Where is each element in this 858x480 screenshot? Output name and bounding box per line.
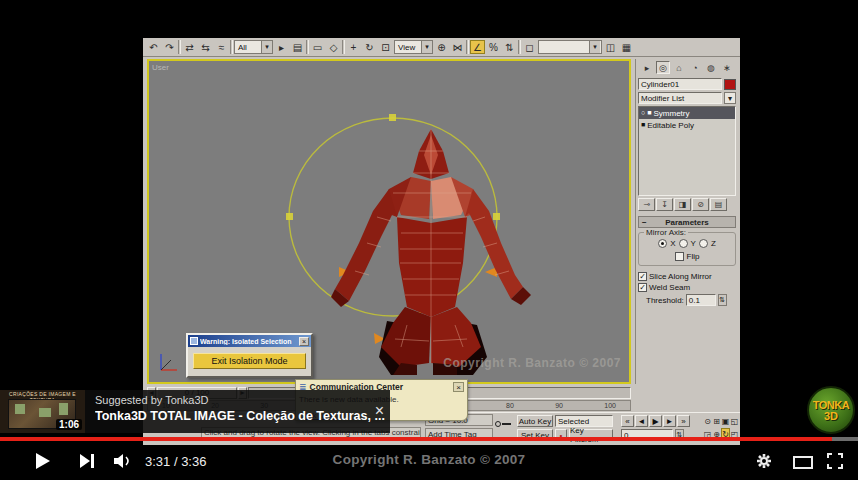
modifier-box-icon: ■: [647, 109, 651, 117]
settings-gear-icon[interactable]: [756, 453, 772, 473]
radio-y[interactable]: [679, 239, 688, 248]
select-object-icon[interactable]: ▸: [274, 40, 289, 54]
threshold-field[interactable]: 0.1: [686, 294, 716, 306]
unlink-icon[interactable]: ⇆: [198, 40, 213, 54]
stack-item-editable-poly[interactable]: ■ Editable Poly: [639, 119, 735, 131]
zoom-region-icon[interactable]: ◱: [730, 415, 739, 427]
rotate-icon[interactable]: ↻: [362, 40, 377, 54]
redo-icon[interactable]: ↷: [162, 40, 177, 54]
schematic-view-icon[interactable]: ▦: [619, 40, 634, 54]
tab-display-icon[interactable]: ◍: [704, 61, 718, 74]
weld-checkbox[interactable]: ✓: [638, 283, 647, 292]
toolbar-separator: [342, 40, 345, 54]
chevron-down-icon[interactable]: ▾: [261, 41, 272, 53]
zoom-icon[interactable]: ⊙: [703, 415, 712, 427]
suggested-video-overlay[interactable]: CRIAÇÕES DE IMAGEM E TEXTURA 1:06 Sugges…: [0, 390, 390, 433]
toolbar-separator: [306, 40, 309, 54]
toolbar-separator: [230, 40, 233, 54]
threshold-spinner[interactable]: ⇅: [718, 294, 727, 306]
undo-icon[interactable]: ↶: [146, 40, 161, 54]
make-unique-icon[interactable]: ◨: [674, 198, 691, 211]
warning-dialog: Warning: Isolated Selection × Exit Isola…: [186, 333, 313, 378]
command-panel: ▸ ◎ ⌂ ◔ ◍ ∗ Cylinder01 Modifier List ▾ ○…: [635, 59, 738, 384]
prev-frame-icon[interactable]: ◄: [635, 415, 648, 427]
fullscreen-icon[interactable]: [827, 453, 843, 473]
theater-mode-icon[interactable]: [793, 456, 813, 469]
tab-utilities-icon[interactable]: ∗: [720, 61, 734, 74]
track-view-icon[interactable]: ◫: [603, 40, 618, 54]
close-icon[interactable]: ×: [453, 382, 464, 392]
bind-spacewarp-icon[interactable]: ≈: [214, 40, 229, 54]
percent-snap-icon[interactable]: %: [486, 40, 501, 54]
select-by-name-icon[interactable]: ▤: [290, 40, 305, 54]
spinner-snap-icon[interactable]: ⇅: [502, 40, 517, 54]
toolbar-separator: [518, 40, 521, 54]
mirror-axis-label: Mirror Axis:: [644, 228, 688, 237]
rect-region-icon[interactable]: ▭: [310, 40, 325, 54]
watermark-line2: 3D: [824, 410, 838, 422]
modifier-list-dropdown[interactable]: Modifier List: [638, 92, 722, 104]
radio-z[interactable]: [699, 239, 708, 248]
viewport-label[interactable]: User: [152, 63, 169, 72]
go-end-icon[interactable]: »: [677, 415, 690, 427]
play-animation-icon[interactable]: ▶: [649, 415, 662, 427]
show-end-result-icon[interactable]: ↧: [656, 198, 673, 211]
reference-coordsys-dropdown[interactable]: View ▾: [394, 40, 433, 54]
tab-create-icon[interactable]: ▸: [640, 61, 654, 74]
next-frame-icon[interactable]: ►: [663, 415, 676, 427]
configure-sets-icon[interactable]: ▤: [710, 198, 727, 211]
radio-x[interactable]: [658, 239, 667, 248]
suggested-thumbnail[interactable]: CRIAÇÕES DE IMAGEM E TEXTURA 1:06: [0, 390, 85, 433]
suggested-title[interactable]: Tonka3D TOTAL IMAGE - Coleção de Textura…: [95, 409, 390, 423]
pin-stack-icon[interactable]: ⊸: [638, 198, 655, 211]
next-button[interactable]: [80, 454, 96, 468]
volume-icon[interactable]: [112, 453, 136, 473]
warning-dialog-titlebar[interactable]: Warning: Isolated Selection ×: [188, 335, 311, 347]
use-pivot-icon[interactable]: ⊕: [434, 40, 449, 54]
close-icon[interactable]: ×: [375, 403, 384, 419]
parameters-rollout-header[interactable]: − Parameters: [638, 216, 736, 228]
character-model: [331, 125, 536, 380]
tab-modify-icon[interactable]: ◎: [656, 61, 670, 74]
move-icon[interactable]: +: [346, 40, 361, 54]
mirror-icon[interactable]: ⋈: [450, 40, 465, 54]
toolbar-separator: [466, 40, 469, 54]
chevron-down-icon[interactable]: ▾: [421, 41, 432, 53]
time-display: 3:31 / 3:36: [145, 454, 206, 469]
window-crossing-icon[interactable]: ◇: [326, 40, 341, 54]
stack-item-symmetry[interactable]: ○ ■ Symmetry: [639, 107, 735, 119]
chevron-down-icon[interactable]: ▾: [589, 41, 600, 53]
close-icon[interactable]: ×: [299, 337, 309, 346]
play-button[interactable]: [36, 453, 50, 469]
auto-key-button[interactable]: Auto Key: [517, 415, 553, 427]
tab-hierarchy-icon[interactable]: ⌂: [672, 61, 686, 74]
chevron-down-icon[interactable]: ▾: [724, 92, 736, 104]
zoom-extents-icon[interactable]: ▣: [721, 415, 730, 427]
flip-checkbox[interactable]: [675, 252, 684, 261]
go-start-icon[interactable]: «: [621, 415, 634, 427]
channel-watermark[interactable]: TONKA 3D: [807, 386, 855, 434]
stack-tools: ⊸ ↧ ◨ ⊘ ▤: [638, 198, 736, 211]
suggested-text[interactable]: Suggested by Tonka3D Tonka3D TOTAL IMAGE…: [85, 390, 390, 433]
scale-icon[interactable]: ⊡: [378, 40, 393, 54]
command-panel-tabs: ▸ ◎ ⌂ ◔ ◍ ∗: [638, 60, 736, 76]
bulb-icon[interactable]: ○: [641, 109, 645, 117]
named-selection-dropdown[interactable]: ▾: [538, 40, 602, 54]
zoom-all-icon[interactable]: ⊞: [712, 415, 721, 427]
dialog-icon: [190, 337, 198, 345]
object-color-swatch[interactable]: [724, 79, 736, 90]
select-link-icon[interactable]: ⇄: [182, 40, 197, 54]
named-sets-icon[interactable]: ◻: [522, 40, 537, 54]
angle-snap-toggle-icon[interactable]: ∠: [470, 40, 485, 54]
lock-selection-icon[interactable]: [495, 419, 511, 429]
tab-motion-icon[interactable]: ◔: [688, 61, 702, 74]
warning-dialog-title: Warning: Isolated Selection: [200, 338, 297, 345]
selection-filter-dropdown[interactable]: All ▾: [234, 40, 273, 54]
remove-modifier-icon[interactable]: ⊘: [692, 198, 709, 211]
viewport-watermark: Copyright R. Banzato © 2007: [443, 356, 621, 370]
player-controls: 3:31 / 3:36: [0, 441, 858, 480]
suggested-label: Suggested by Tonka3D: [95, 394, 390, 406]
object-name-field[interactable]: Cylinder01: [638, 78, 722, 90]
slice-checkbox[interactable]: ✓: [638, 272, 647, 281]
exit-isolation-button[interactable]: Exit Isolation Mode: [193, 353, 306, 369]
